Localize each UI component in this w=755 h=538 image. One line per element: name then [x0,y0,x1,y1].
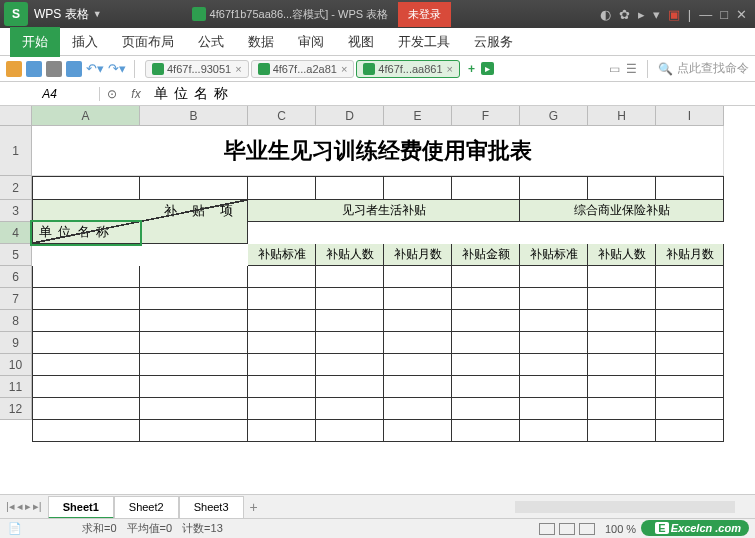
cell[interactable] [588,420,656,442]
row-header-1[interactable]: 1 [0,126,32,176]
cell[interactable] [384,354,452,376]
cell[interactable] [140,398,248,420]
cell[interactable] [316,354,384,376]
sheet-nav[interactable]: |◂◂▸▸| [0,500,48,513]
cell[interactable] [452,176,520,200]
cell[interactable] [140,266,248,288]
cell[interactable] [248,310,316,332]
row-header-2[interactable]: 2 [0,176,32,200]
normal-view-icon[interactable] [539,523,555,535]
cell[interactable] [588,398,656,420]
cell[interactable] [520,376,588,398]
doc-tab[interactable]: 4f67f...aa861× [356,60,460,78]
col-header-C[interactable]: C [248,106,316,126]
close-icon[interactable]: ✕ [736,7,747,22]
cell[interactable] [316,398,384,420]
sub-header[interactable]: 补贴标准 [520,244,588,266]
open-icon[interactable] [6,61,22,77]
close-tab-icon[interactable]: × [447,63,453,75]
layout-icon[interactable]: ▭ [609,62,620,76]
cell[interactable] [140,176,248,200]
cell[interactable] [520,354,588,376]
cell[interactable] [656,266,724,288]
cell[interactable] [316,310,384,332]
sub-header[interactable]: 补贴月数 [656,244,724,266]
print-icon[interactable] [46,61,62,77]
cell[interactable] [248,332,316,354]
cell[interactable] [520,288,588,310]
save-icon[interactable] [26,61,42,77]
sheet-tab-Sheet3[interactable]: Sheet3 [179,496,244,519]
undo-icon[interactable]: ↶▾ [86,61,104,76]
cell[interactable] [248,288,316,310]
cell[interactable] [140,376,248,398]
cell[interactable] [452,288,520,310]
row-header-10[interactable]: 10 [0,354,32,376]
cell[interactable] [520,310,588,332]
cell[interactable] [656,398,724,420]
preview-icon[interactable] [66,61,82,77]
sync-icon[interactable]: ◐ [600,7,611,22]
spreadsheet-grid[interactable]: ABCDEFGHI 123456789101112 毕业生见习训练经费使用审批表… [0,106,755,486]
col-header-I[interactable]: I [656,106,724,126]
cell[interactable] [32,310,140,332]
cell[interactable] [32,176,140,200]
cell[interactable] [452,354,520,376]
cell[interactable] [316,420,384,442]
sub-header[interactable]: 补贴人数 [588,244,656,266]
col-header-F[interactable]: F [452,106,520,126]
cell[interactable] [140,354,248,376]
title-cell[interactable]: 毕业生见习训练经费使用审批表 [32,126,724,176]
maximize-icon[interactable]: □ [720,7,728,22]
menu-开始[interactable]: 开始 [10,27,60,57]
menu-页面布局[interactable]: 页面布局 [110,27,186,57]
cell[interactable] [248,266,316,288]
cell[interactable] [32,354,140,376]
header-corner-cell[interactable]: 补 贴 项单位名称 [32,200,248,244]
cell[interactable] [452,266,520,288]
cell[interactable] [384,266,452,288]
row-headers[interactable]: 123456789101112 [0,126,32,420]
app-dropdown-icon[interactable]: ▼ [93,9,102,19]
cell[interactable] [316,176,384,200]
close-tab-icon[interactable]: × [341,63,347,75]
col-header-E[interactable]: E [384,106,452,126]
cell[interactable] [248,398,316,420]
add-tab-icon[interactable]: + [468,62,475,76]
col-header-B[interactable]: B [140,106,248,126]
cell[interactable] [452,420,520,442]
doc-tab[interactable]: 4f67f...a2a81× [251,60,355,78]
command-search[interactable]: 🔍 点此查找命令 [658,60,749,77]
cell[interactable] [140,288,248,310]
cell[interactable] [316,376,384,398]
group1-header[interactable]: 见习者生活补贴 [248,200,520,222]
cell[interactable] [384,376,452,398]
name-box[interactable]: A4 [0,87,100,101]
cell[interactable] [520,398,588,420]
page-view-icon[interactable] [559,523,575,535]
cell[interactable] [32,288,140,310]
cell[interactable] [520,176,588,200]
col-header-D[interactable]: D [316,106,384,126]
doc-tab[interactable]: 4f67f...93051× [145,60,249,78]
settings-icon[interactable]: ✿ [619,7,630,22]
cell[interactable] [588,354,656,376]
menu-数据[interactable]: 数据 [236,27,286,57]
cell[interactable] [656,420,724,442]
cell[interactable] [384,310,452,332]
sheet-tab-Sheet2[interactable]: Sheet2 [114,496,179,519]
doc-status-icon[interactable]: 📄 [8,522,22,535]
sub-header[interactable]: 补贴月数 [384,244,452,266]
row-header-12[interactable]: 12 [0,398,32,420]
cell[interactable] [384,288,452,310]
cell[interactable] [656,376,724,398]
cells-container[interactable]: 毕业生见习训练经费使用审批表补 贴 项单位名称见习者生活补贴综合商业保险补贴补贴… [32,126,724,442]
close-tab-icon[interactable]: × [235,63,241,75]
row-header-7[interactable]: 7 [0,288,32,310]
cell[interactable] [520,332,588,354]
drop-icon[interactable]: ▾ [653,7,660,22]
cell[interactable] [452,398,520,420]
row-header-11[interactable]: 11 [0,376,32,398]
fx-cancel-icon[interactable]: ⊙ [100,87,124,101]
menu-开发工具[interactable]: 开发工具 [386,27,462,57]
